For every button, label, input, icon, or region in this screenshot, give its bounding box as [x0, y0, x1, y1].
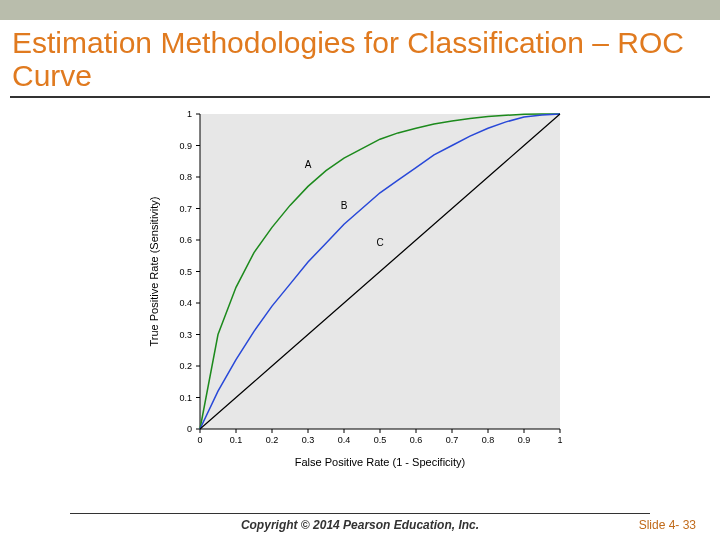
- svg-text:0.5: 0.5: [179, 267, 192, 277]
- svg-text:0.8: 0.8: [179, 172, 192, 182]
- svg-text:1: 1: [187, 109, 192, 119]
- svg-text:0.2: 0.2: [179, 361, 192, 371]
- slide-title: Estimation Methodologies for Classificat…: [0, 20, 720, 94]
- copyright-text: Copyright © 2014 Pearson Education, Inc.: [0, 518, 720, 532]
- svg-text:0: 0: [187, 424, 192, 434]
- svg-text:0.7: 0.7: [179, 204, 192, 214]
- svg-text:0.5: 0.5: [374, 435, 387, 445]
- slide-number: Slide 4- 33: [639, 518, 696, 532]
- svg-text:0.9: 0.9: [518, 435, 531, 445]
- title-rule: [10, 96, 710, 98]
- footer-rule: [70, 513, 650, 514]
- slide-footer: Copyright © 2014 Pearson Education, Inc.…: [0, 507, 720, 532]
- svg-text:1: 1: [557, 435, 562, 445]
- svg-text:C: C: [376, 237, 383, 248]
- svg-text:0.2: 0.2: [266, 435, 279, 445]
- roc-chart: 00.10.20.30.40.50.60.70.80.9100.10.20.30…: [0, 104, 720, 474]
- svg-text:0.3: 0.3: [302, 435, 315, 445]
- slide-top-band: [0, 0, 720, 20]
- svg-text:0.9: 0.9: [179, 141, 192, 151]
- svg-text:0.6: 0.6: [410, 435, 423, 445]
- svg-text:B: B: [341, 200, 348, 211]
- svg-text:False Positive Rate (1 - Speci: False Positive Rate (1 - Specificity): [295, 456, 466, 468]
- svg-text:0.1: 0.1: [230, 435, 243, 445]
- svg-text:A: A: [305, 159, 312, 170]
- svg-text:0.8: 0.8: [482, 435, 495, 445]
- roc-chart-svg: 00.10.20.30.40.50.60.70.80.9100.10.20.30…: [140, 104, 580, 474]
- svg-text:0.6: 0.6: [179, 235, 192, 245]
- svg-text:0.4: 0.4: [338, 435, 351, 445]
- svg-text:0.1: 0.1: [179, 393, 192, 403]
- svg-text:0.4: 0.4: [179, 298, 192, 308]
- svg-text:0.7: 0.7: [446, 435, 459, 445]
- svg-text:0: 0: [197, 435, 202, 445]
- svg-text:0.3: 0.3: [179, 330, 192, 340]
- svg-text:True Positive Rate (Sensitivit: True Positive Rate (Sensitivity): [148, 197, 160, 347]
